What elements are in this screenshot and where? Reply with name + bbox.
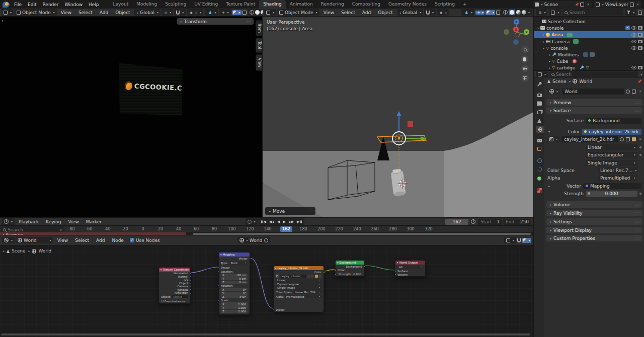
menu-select[interactable]: Select: [72, 238, 92, 243]
menu-playback[interactable]: Playback: [16, 219, 42, 224]
gizmos-dropdown[interactable]: ✛▾: [219, 9, 230, 16]
menu-node[interactable]: Node: [109, 238, 127, 243]
socket-rotation[interactable]: [218, 285, 220, 287]
volume-panel-header[interactable]: ▸Volume::::: [546, 201, 642, 208]
visibility-dropdown[interactable]: 💧▾: [205, 9, 218, 16]
socket-scale[interactable]: [218, 299, 220, 301]
jump-to-start-button[interactable]: ▮◀: [260, 219, 268, 224]
editor-type-button[interactable]: ▾: [264, 9, 276, 16]
snap-node-dropdown[interactable]: ▾: [504, 237, 516, 243]
menu-view[interactable]: View: [65, 219, 82, 224]
new-image-icon[interactable]: [626, 137, 630, 141]
proportional-edit-dropdown[interactable]: ◉∧: [437, 9, 449, 16]
next-keyframe-button[interactable]: ◆▶: [287, 219, 295, 224]
fake-user-icon[interactable]: [620, 137, 624, 141]
socket-normal[interactable]: [190, 276, 192, 278]
menu-render[interactable]: Render: [40, 2, 62, 7]
stopwatch-icon[interactable]: [471, 219, 475, 224]
scale-y-field[interactable]: Y1.000: [221, 306, 248, 309]
transform-orientation-dropdown[interactable]: ⤓Global▾: [397, 9, 423, 16]
xray-toggle[interactable]: [496, 11, 500, 15]
menu-view[interactable]: View: [320, 10, 337, 15]
editor-type-button[interactable]: ▾: [536, 71, 548, 77]
world-properties-tab[interactable]: [536, 126, 544, 133]
expand-icon[interactable]: ▾: [548, 130, 550, 133]
socket-uv[interactable]: [190, 279, 192, 281]
axis-neg-x-handle[interactable]: [515, 32, 520, 37]
strength-field[interactable]: Strength0.000: [338, 273, 362, 276]
socket-strength-in[interactable]: [335, 273, 337, 275]
breadcrumb-world[interactable]: World: [579, 79, 592, 84]
use-nodes-toggle[interactable]: ✓ Use Nodes: [130, 238, 160, 243]
hide-toggle[interactable]: [631, 40, 636, 43]
from-instancer-checkbox[interactable]: From Instancer: [159, 299, 190, 303]
color-value-button[interactable]: cayley_interior_2k.hdr: [582, 129, 641, 135]
play-button[interactable]: ▶: [281, 219, 287, 224]
blender-logo-icon[interactable]: [3, 2, 10, 8]
snap-toggle[interactable]: ▾: [174, 9, 186, 16]
render-toggle[interactable]: [638, 26, 642, 30]
tab-animation[interactable]: Animation: [286, 0, 317, 9]
menu-add[interactable]: Add: [97, 10, 111, 15]
outliner-search-input[interactable]: Search: [562, 9, 623, 16]
remove-viewlayer-icon[interactable]: ✕: [636, 3, 639, 6]
menu-add[interactable]: Add: [93, 238, 108, 243]
sidebar-tab-tool[interactable]: Tool: [256, 38, 262, 53]
toolbar-expand-icon[interactable]: ▸: [2, 19, 4, 22]
socket-location[interactable]: [218, 271, 220, 273]
menu-view[interactable]: View: [58, 10, 74, 15]
viewport[interactable]: User Perspective (162) console | Area Z …: [263, 17, 533, 217]
tab-uv-editing[interactable]: UV Editing: [190, 0, 222, 9]
render-toggle[interactable]: [638, 46, 642, 50]
scale-z-field[interactable]: Z1.000: [221, 310, 248, 313]
tab-shading[interactable]: Shading: [259, 0, 286, 9]
fake-user-icon[interactable]: [626, 90, 630, 94]
menu-object[interactable]: Object: [375, 10, 395, 15]
zoom-button[interactable]: [521, 46, 529, 53]
scene-selector[interactable]: ▾ Scene 📌 ✕: [533, 1, 592, 8]
snap-toggle[interactable]: ▾: [424, 9, 436, 16]
viewlayer-selector[interactable]: ▾ ViewLayer ✕: [594, 1, 641, 8]
menu-select[interactable]: Select: [338, 10, 358, 15]
tab-geometry-nodes[interactable]: Geometry Nodes: [384, 0, 431, 9]
outliner-row-camera[interactable]: ▸Camera: [534, 38, 644, 45]
gizmos-toggle[interactable]: ✛▾: [475, 11, 485, 15]
rendered-shading-icon[interactable]: [522, 10, 526, 15]
hide-toggle[interactable]: [631, 33, 636, 37]
node-mapping[interactable]: ▾Mapping Vector Type:Point▾ Vector Locat…: [218, 252, 250, 315]
custom-properties-panel-header[interactable]: ▸Custom Properties::::: [546, 235, 642, 241]
visibility-dropdown[interactable]: 💧▾: [461, 9, 474, 16]
physics-properties-tab[interactable]: [536, 165, 543, 173]
socket-camera[interactable]: [190, 286, 192, 288]
open-image-icon[interactable]: [632, 137, 636, 141]
scale-x-field[interactable]: X1.000: [221, 302, 248, 306]
screen-object[interactable]: CGCOOKIE.COM: [118, 61, 183, 117]
left-viewport[interactable]: ▸ CGCOOKIE.COM ▸ Transform ══ Item Tool …: [0, 17, 263, 217]
socket-vector-out[interactable]: [249, 258, 251, 260]
shading-mode-group[interactable]: ▾: [501, 9, 532, 16]
filter-dropdown[interactable]: ▾: [625, 9, 636, 16]
menu-add[interactable]: Add: [359, 10, 374, 15]
frame-start-field[interactable]: Start1: [478, 219, 502, 225]
world-name-field[interactable]: World: [562, 89, 624, 95]
new-image-icon[interactable]: [311, 275, 314, 278]
pan-button[interactable]: [521, 55, 528, 63]
frame-end-field[interactable]: End250: [503, 219, 531, 225]
fake-user-icon[interactable]: [307, 275, 310, 278]
texture-properties-tab[interactable]: [536, 187, 543, 194]
menu-window[interactable]: Window: [62, 2, 86, 7]
socket-surface-in[interactable]: [394, 270, 396, 272]
breadcrumb-scene[interactable]: Scene: [552, 79, 566, 84]
material-shading-icon[interactable]: [516, 10, 521, 15]
projection-dropdown[interactable]: Equirectangular▾: [276, 282, 321, 286]
menu-help[interactable]: Help: [86, 2, 102, 7]
current-frame-field[interactable]: 162: [445, 219, 468, 225]
rotation-x-field[interactable]: X0°: [221, 288, 248, 291]
color-space-dropdown[interactable]: Linear Rec.7...▾: [598, 167, 637, 174]
jump-to-end-button[interactable]: ▶▮: [295, 219, 303, 224]
hide-toggle[interactable]: [631, 46, 636, 50]
constraints-properties-tab[interactable]: [536, 157, 543, 164]
alpha-dropdown[interactable]: Premultiplied▾: [598, 175, 637, 181]
outliner-row-scene-collection[interactable]: Scene Collection: [534, 18, 644, 25]
output-target-dropdown[interactable]: All▾: [397, 266, 423, 269]
